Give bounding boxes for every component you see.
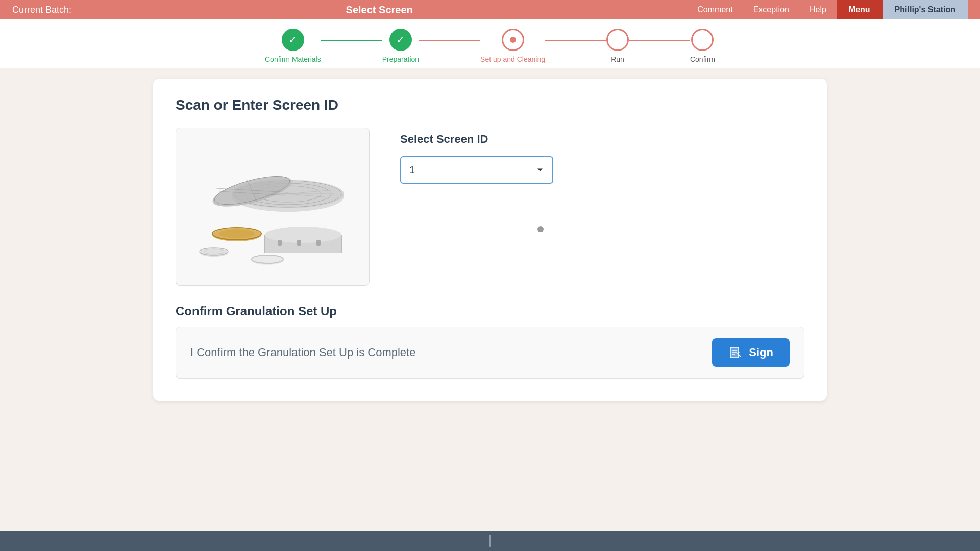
connector-1 — [321, 40, 382, 41]
connector-3 — [545, 40, 606, 41]
step-confirm-materials: ✓ Confirm Materials — [265, 29, 321, 63]
screen-image — [186, 135, 359, 278]
help-button[interactable]: Help — [799, 0, 837, 19]
svg-point-16 — [265, 227, 341, 243]
screen-id-select[interactable]: 1 2 3 4 — [400, 156, 553, 184]
step-circle-confirm — [691, 29, 714, 51]
step-label-preparation: Preparation — [382, 55, 419, 63]
connector-2 — [419, 40, 480, 41]
card-title: Scan or Enter Screen ID — [176, 97, 804, 113]
sign-button-label: Sign — [749, 346, 773, 359]
svg-rect-20 — [297, 240, 301, 246]
confirm-text: I Confirm the Granulation Set Up is Comp… — [190, 346, 415, 359]
main-content: Scan or Enter Screen ID — [0, 68, 980, 411]
step-confirm: Confirm — [690, 29, 715, 63]
menu-button[interactable]: Menu — [837, 0, 883, 19]
select-section: Select Screen ID 1 2 3 4 — [400, 128, 804, 286]
step-circle-setup-cleaning — [502, 29, 524, 51]
sign-button[interactable]: Sign — [712, 338, 790, 367]
step-label-confirm-materials: Confirm Materials — [265, 55, 321, 63]
step-circle-preparation: ✓ — [389, 29, 412, 51]
step-preparation: ✓ Preparation — [382, 29, 419, 63]
footer-indicator — [489, 535, 491, 547]
step-label-run: Run — [611, 55, 624, 63]
step-circle-run — [606, 29, 629, 51]
confirm-row: I Confirm the Granulation Set Up is Comp… — [176, 327, 804, 379]
comment-button[interactable]: Comment — [687, 0, 743, 19]
connector-4 — [629, 40, 690, 41]
screen-image-container — [176, 128, 370, 286]
header-nav: Comment Exception Help Menu Phillip's St… — [687, 0, 968, 19]
confirm-section-title: Confirm Granulation Set Up — [176, 304, 804, 318]
step-label-setup-cleaning: Set up and Cleaning — [480, 55, 545, 63]
sign-icon — [728, 345, 743, 360]
footer — [0, 531, 980, 551]
confirm-section: Confirm Granulation Set Up I Confirm the… — [176, 304, 804, 379]
exception-button[interactable]: Exception — [743, 0, 799, 19]
svg-rect-21 — [316, 240, 321, 246]
step-circle-confirm-materials: ✓ — [282, 29, 304, 51]
current-batch-label: Current Batch: — [12, 5, 71, 15]
svg-point-0 — [510, 37, 516, 43]
step-setup-cleaning: Set up and Cleaning — [480, 29, 545, 63]
step-run: Run — [606, 29, 629, 63]
page-title: Select Screen — [346, 4, 413, 16]
select-screen-id-label: Select Screen ID — [400, 133, 804, 146]
header: Current Batch: Select Screen Comment Exc… — [0, 0, 980, 19]
progress-bar: ✓ Confirm Materials ✓ Preparation Set up… — [0, 19, 980, 68]
svg-point-24 — [219, 229, 255, 238]
card-body: Select Screen ID 1 2 3 4 — [176, 128, 804, 286]
step-label-confirm: Confirm — [690, 55, 715, 63]
main-card: Scan or Enter Screen ID — [153, 79, 827, 401]
steps-container: ✓ Confirm Materials ✓ Preparation Set up… — [265, 29, 715, 63]
station-label: Phillip's Station — [883, 0, 968, 19]
svg-rect-19 — [278, 240, 282, 246]
